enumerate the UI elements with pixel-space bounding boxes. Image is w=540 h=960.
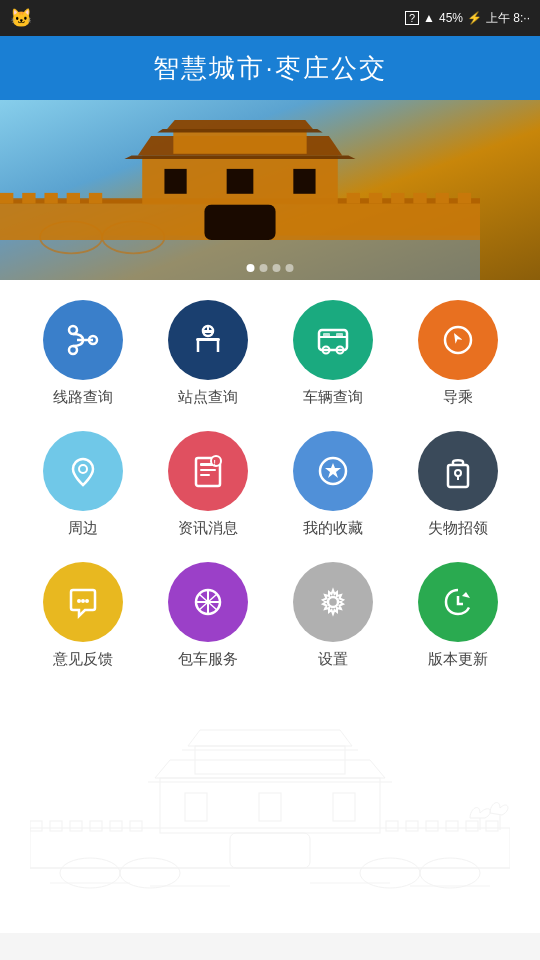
svg-rect-84: [466, 821, 478, 831]
svg-rect-37: [323, 333, 330, 337]
vehicle-icon: [313, 320, 353, 360]
charter-icon-bg: [168, 562, 248, 642]
favorites-label: 我的收藏: [303, 519, 363, 538]
svg-marker-11: [157, 129, 322, 133]
grid-row-3: 意见反馈 包车服务 设置: [20, 562, 520, 669]
guide-icon: [438, 320, 478, 360]
app-title: 智慧城市·枣庄公交: [153, 51, 386, 86]
watermark-building: [30, 718, 510, 918]
menu-item-charter[interactable]: 包车服务: [153, 562, 263, 669]
charter-icon: [188, 582, 228, 622]
guide-label: 导乘: [443, 388, 473, 407]
news-label: 资讯消息: [178, 519, 238, 538]
nearby-icon: [63, 451, 103, 491]
svg-rect-5: [204, 204, 275, 240]
vehicle-query-label: 车辆查询: [303, 388, 363, 407]
settings-icon-bg: [293, 562, 373, 642]
menu-item-guide[interactable]: 导乘: [403, 300, 513, 407]
feedback-icon: [63, 582, 103, 622]
svg-point-55: [85, 599, 89, 603]
menu-item-favorites[interactable]: 我的收藏: [278, 431, 388, 538]
svg-rect-15: [0, 193, 13, 204]
menu-item-stop-query[interactable]: 站点查询: [153, 300, 263, 407]
svg-rect-45: [200, 474, 210, 476]
svg-rect-72: [259, 793, 281, 821]
update-icon: [438, 582, 478, 622]
settings-icon: [313, 582, 353, 622]
menu-item-settings[interactable]: 设置: [278, 562, 388, 669]
menu-item-feedback[interactable]: 意见反馈: [28, 562, 138, 669]
menu-item-route-query[interactable]: 线路查询: [28, 300, 138, 407]
feedback-label: 意见反馈: [53, 650, 113, 669]
svg-rect-13: [227, 169, 254, 194]
svg-rect-25: [458, 193, 471, 204]
svg-rect-44: [200, 469, 216, 471]
svg-rect-64: [230, 833, 310, 868]
svg-rect-18: [67, 193, 80, 204]
nearby-label: 周边: [68, 519, 98, 538]
status-bar: 🐱 ? ▲ 45% ⚡ 上午 8:··: [0, 0, 540, 36]
svg-rect-81: [406, 821, 418, 831]
time-display: 上午 8:··: [486, 10, 530, 27]
favorites-icon: [313, 451, 353, 491]
question-icon: ?: [405, 11, 419, 25]
svg-rect-77: [90, 821, 102, 831]
svg-point-41: [79, 465, 87, 473]
svg-rect-38: [336, 333, 343, 337]
svg-marker-10: [167, 120, 313, 129]
favorites-icon-bg: [293, 431, 373, 511]
lost-found-icon-bg: [418, 431, 498, 511]
svg-point-88: [360, 858, 420, 888]
svg-point-61: [328, 597, 338, 607]
svg-rect-79: [130, 821, 142, 831]
svg-rect-23: [413, 193, 426, 204]
svg-marker-40: [450, 331, 462, 344]
svg-rect-29: [196, 338, 220, 341]
menu-item-vehicle-query[interactable]: 车辆查询: [278, 300, 388, 407]
menu-item-nearby[interactable]: 周边: [28, 431, 138, 538]
menu-item-update[interactable]: 版本更新: [403, 562, 513, 669]
hero-building-illustration: [0, 120, 480, 280]
update-icon-bg: [418, 562, 498, 642]
app-header: 智慧城市·枣庄公交: [0, 36, 540, 100]
svg-rect-12: [164, 169, 186, 194]
news-icon-bg: !: [168, 431, 248, 511]
svg-rect-19: [89, 193, 102, 204]
route-query-icon-bg: [43, 300, 123, 380]
svg-rect-74: [30, 821, 42, 831]
menu-item-news[interactable]: ! 资讯消息: [153, 431, 263, 538]
svg-rect-65: [160, 778, 380, 833]
bottom-watermark: [0, 703, 540, 933]
stop-query-label: 站点查询: [178, 388, 238, 407]
hero-banner[interactable]: [0, 100, 540, 280]
svg-marker-8: [124, 156, 355, 160]
hero-dot-1[interactable]: [247, 264, 255, 272]
svg-rect-24: [436, 193, 449, 204]
svg-point-87: [120, 858, 180, 888]
stop-icon: [188, 320, 228, 360]
svg-marker-69: [188, 730, 352, 746]
menu-item-lost-found[interactable]: 失物招领: [403, 431, 513, 538]
svg-rect-82: [426, 821, 438, 831]
svg-rect-14: [293, 169, 315, 194]
svg-rect-85: [486, 821, 498, 831]
svg-rect-20: [347, 193, 360, 204]
svg-point-51: [455, 470, 461, 476]
svg-point-53: [77, 599, 81, 603]
svg-point-54: [81, 599, 85, 603]
route-icon: [63, 320, 103, 360]
svg-marker-66: [155, 760, 385, 778]
svg-point-46: [211, 456, 221, 466]
hero-dot-2[interactable]: [260, 264, 268, 272]
lost-icon: [438, 451, 478, 491]
svg-point-39: [445, 327, 471, 353]
charging-icon: ⚡: [467, 11, 482, 25]
update-label: 版本更新: [428, 650, 488, 669]
hero-pagination: [247, 264, 294, 272]
grid-row-2: 周边 ! 资讯消息 我的收藏: [20, 431, 520, 538]
svg-rect-22: [391, 193, 404, 204]
hero-dot-3[interactable]: [273, 264, 281, 272]
svg-rect-63: [30, 828, 510, 868]
hero-dot-4[interactable]: [286, 264, 294, 272]
svg-rect-73: [333, 793, 355, 821]
